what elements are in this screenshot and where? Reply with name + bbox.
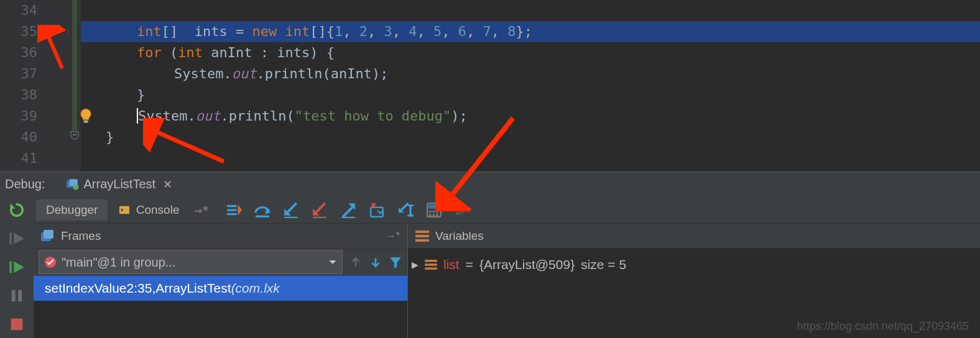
svg-rect-7 — [9, 262, 12, 273]
evaluate-expression-icon[interactable] — [426, 202, 442, 218]
debug-session-tab[interactable]: ArrayListTest ✕ — [60, 175, 179, 194]
watermark: https://blog.csdn.net/qq_27093465 — [797, 320, 969, 333]
svg-rect-29 — [456, 212, 460, 214]
line-number[interactable]: 39 — [0, 106, 68, 127]
svg-rect-8 — [12, 290, 16, 302]
next-frame-icon[interactable] — [369, 255, 382, 269]
run-to-cursor-icon[interactable] — [397, 202, 414, 218]
code-line[interactable]: int[] ints = new int[]{1, 2, 3, 4, 5, 6,… — [81, 21, 980, 42]
fold-strip[interactable] — [68, 0, 81, 171]
tab-console-label: Console — [136, 203, 180, 216]
line-number[interactable]: 35 — [0, 21, 68, 42]
variable-value-object: {ArrayList@509} — [479, 257, 575, 272]
link-icon[interactable]: →* — [386, 231, 400, 242]
svg-rect-13 — [284, 216, 298, 217]
svg-rect-21 — [428, 204, 439, 209]
svg-rect-22 — [429, 211, 431, 212]
frame-class: ArrayListTest — [155, 281, 231, 296]
debug-side-toolbar — [0, 196, 34, 338]
stack-frame-row[interactable]: setIndexValue2:35, ArrayListTest (com.lx… — [34, 276, 407, 301]
expand-icon[interactable]: ▶ — [412, 260, 418, 270]
svg-rect-15 — [341, 216, 355, 217]
debug-toolwindow-header[interactable]: Debug: ArrayListTest ✕ — [0, 171, 980, 196]
svg-rect-18 — [407, 204, 414, 206]
code-editor[interactable]: 34 35 36 37 38 39 40 41 int[] ints = new… — [0, 0, 980, 171]
variable-eq: = — [466, 257, 473, 272]
show-execution-point-icon[interactable] — [226, 202, 242, 218]
link-arrow-icon[interactable]: →* — [194, 203, 209, 217]
variable-value-size: size = 5 — [581, 257, 626, 272]
thread-name: "main"@1 in group... — [62, 255, 175, 270]
filter-icon[interactable] — [389, 255, 402, 269]
svg-rect-25 — [429, 214, 431, 216]
code-line[interactable] — [81, 148, 980, 169]
drop-frame-icon[interactable] — [369, 202, 385, 218]
svg-rect-11 — [119, 206, 129, 214]
debug-label: Debug: — [5, 177, 45, 191]
trace-stream-icon — [455, 202, 471, 218]
code-area[interactable]: int[] ints = new int[]{1, 2, 3, 4, 5, 6,… — [81, 0, 980, 171]
debug-main: Debugger Console →* — [34, 196, 980, 338]
svg-rect-28 — [456, 205, 460, 208]
thread-icon — [44, 256, 57, 268]
stop-icon[interactable] — [8, 316, 25, 333]
code-line[interactable]: } — [81, 84, 980, 106]
chevron-down-icon — [328, 258, 337, 267]
code-line[interactable]: } — [81, 127, 980, 148]
line-number[interactable]: 40 — [0, 127, 68, 148]
svg-rect-36 — [415, 239, 429, 242]
console-icon — [119, 204, 130, 216]
prev-frame-icon[interactable] — [349, 255, 363, 269]
fold-end-icon[interactable] — [70, 130, 80, 140]
code-line[interactable] — [81, 0, 980, 21]
line-number[interactable]: 36 — [0, 42, 68, 63]
variables-title: Variables — [435, 229, 484, 243]
debug-session-name: ArrayListTest — [84, 177, 156, 191]
line-number[interactable]: 37 — [0, 63, 68, 84]
frame-method: setIndexValue2:35, — [45, 281, 155, 296]
resume-program-icon-disabled — [8, 230, 25, 247]
run-config-icon — [67, 179, 79, 190]
fold-region-bar — [72, 0, 77, 130]
object-icon — [425, 260, 437, 270]
frames-panel: Frames →* "main"@1 in group... — [34, 224, 408, 338]
rerun-icon[interactable] — [8, 201, 25, 219]
code-line[interactable]: for (int anInt : ints) { — [81, 42, 980, 63]
frames-icon — [41, 230, 55, 242]
step-into-icon[interactable] — [283, 202, 299, 218]
svg-rect-6 — [9, 233, 12, 245]
svg-rect-2 — [84, 121, 88, 123]
intention-bulb-icon[interactable] — [77, 107, 95, 125]
pause-icon[interactable] — [8, 287, 25, 304]
tab-console[interactable]: Console — [109, 199, 189, 221]
svg-rect-39 — [425, 267, 437, 270]
svg-point-5 — [73, 184, 78, 190]
svg-rect-32 — [44, 230, 53, 239]
step-out-icon[interactable] — [340, 202, 356, 218]
close-icon[interactable]: ✕ — [163, 178, 172, 191]
resume-program-icon[interactable] — [8, 258, 25, 276]
line-number[interactable]: 38 — [0, 84, 68, 106]
variable-name: list — [443, 257, 460, 272]
force-step-into-icon[interactable] — [312, 202, 328, 218]
svg-rect-37 — [425, 260, 437, 262]
svg-rect-9 — [18, 290, 22, 302]
svg-rect-27 — [436, 214, 438, 216]
step-over-icon[interactable] — [254, 202, 270, 218]
svg-rect-10 — [11, 319, 23, 331]
line-number[interactable]: 41 — [0, 148, 68, 169]
variable-row[interactable]: ▶ list = {ArrayList@509} size = 5 — [412, 254, 976, 276]
thread-selector[interactable]: "main"@1 in group... — [39, 250, 343, 274]
svg-rect-35 — [415, 235, 429, 237]
step-toolbar — [226, 202, 471, 218]
gutter[interactable]: 34 35 36 37 38 39 40 41 — [0, 0, 68, 171]
debugger-tabs-row: Debugger Console →* — [34, 196, 980, 224]
svg-rect-34 — [415, 231, 429, 233]
code-line[interactable]: System.out.println("test how to debug"); — [81, 106, 980, 127]
tab-debugger[interactable]: Debugger — [36, 199, 108, 221]
frame-package: (com.lxk — [231, 281, 280, 296]
line-number[interactable]: 34 — [0, 0, 68, 21]
code-line[interactable]: System.out.println(anInt); — [81, 63, 980, 84]
variables-header: Variables — [408, 224, 980, 249]
frames-title: Frames — [61, 229, 101, 243]
